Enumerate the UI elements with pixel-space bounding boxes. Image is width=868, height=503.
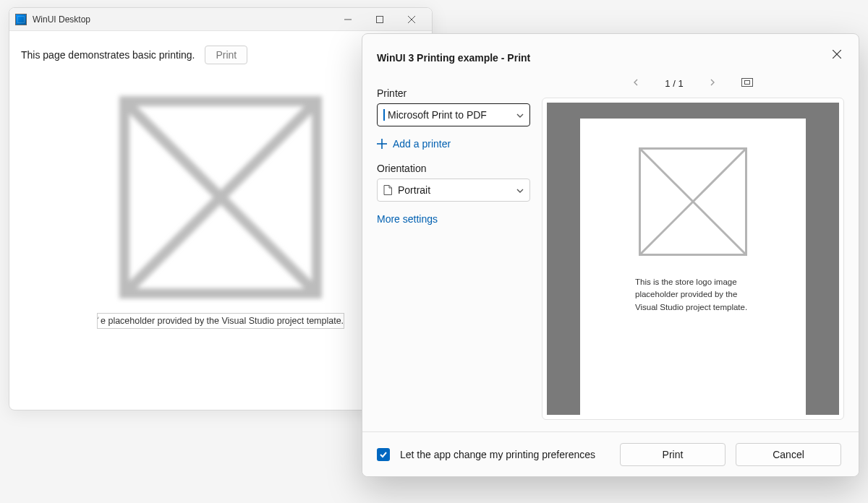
chevron-down-icon bbox=[516, 186, 524, 194]
dialog-print-button[interactable]: Print bbox=[620, 443, 726, 466]
check-icon bbox=[379, 450, 388, 459]
app-icon bbox=[15, 14, 27, 25]
minimize-button[interactable] bbox=[332, 9, 364, 30]
plus-icon bbox=[377, 139, 387, 149]
print-options-panel: Printer Microsoft Print to PDF Add a pri… bbox=[362, 69, 542, 431]
orientation-select-value: Portrait bbox=[398, 184, 430, 196]
print-dialog: WinUI 3 Printing example - Print Printer… bbox=[362, 33, 859, 477]
svg-rect-1 bbox=[377, 16, 383, 22]
placeholder-image bbox=[119, 96, 322, 298]
orientation-select[interactable]: Portrait bbox=[377, 179, 530, 202]
svg-rect-12 bbox=[744, 81, 749, 85]
orientation-label: Orientation bbox=[377, 163, 530, 174]
dialog-cancel-button[interactable]: Cancel bbox=[736, 443, 841, 466]
fit-to-page-button[interactable] bbox=[741, 77, 753, 89]
more-settings-link[interactable]: More settings bbox=[377, 213, 530, 225]
printer-label: Printer bbox=[377, 87, 530, 99]
dialog-title: WinUI 3 Printing example - Print bbox=[377, 52, 530, 64]
page-indicator: 1 / 1 bbox=[665, 78, 683, 89]
preview-caption: This is the store logo image placeholder… bbox=[635, 276, 751, 314]
printer-select-value: Microsoft Print to PDF bbox=[388, 109, 487, 121]
window-title: WinUI Desktop bbox=[33, 14, 332, 25]
pager: 1 / 1 bbox=[542, 69, 844, 98]
page-description: This page demonstrates basic printing. bbox=[21, 49, 195, 61]
print-button[interactable]: Print bbox=[205, 46, 247, 64]
page-icon bbox=[383, 185, 392, 195]
chevron-down-icon bbox=[516, 111, 524, 119]
preferences-checkbox-label: Let the app change my printing preferenc… bbox=[400, 449, 610, 460]
next-page-button[interactable] bbox=[710, 78, 715, 88]
close-button[interactable] bbox=[396, 9, 427, 30]
titlebar: WinUI Desktop bbox=[9, 8, 432, 31]
dialog-footer: Let the app change my printing preferenc… bbox=[362, 431, 859, 476]
add-printer-label: Add a printer bbox=[393, 138, 451, 150]
dialog-header: WinUI 3 Printing example - Print bbox=[362, 34, 859, 69]
text-cursor bbox=[383, 109, 385, 121]
close-icon[interactable] bbox=[827, 44, 847, 64]
svg-rect-11 bbox=[741, 79, 752, 87]
printer-select[interactable]: Microsoft Print to PDF bbox=[377, 103, 530, 126]
prev-page-button[interactable] bbox=[633, 78, 639, 88]
image-caption[interactable]: ͮe placeholder provided by the Visual St… bbox=[97, 313, 344, 329]
preview-panel: 1 / 1 This is the store l bbox=[542, 69, 859, 431]
preview-page: This is the store logo image placeholder… bbox=[580, 119, 806, 415]
add-printer-link[interactable]: Add a printer bbox=[377, 138, 530, 150]
preferences-checkbox[interactable] bbox=[377, 448, 390, 461]
maximize-button[interactable] bbox=[364, 9, 396, 30]
preview-background: This is the store logo image placeholder… bbox=[547, 103, 839, 415]
preview-card: This is the store logo image placeholder… bbox=[542, 98, 844, 420]
preview-placeholder-image bbox=[639, 147, 747, 256]
